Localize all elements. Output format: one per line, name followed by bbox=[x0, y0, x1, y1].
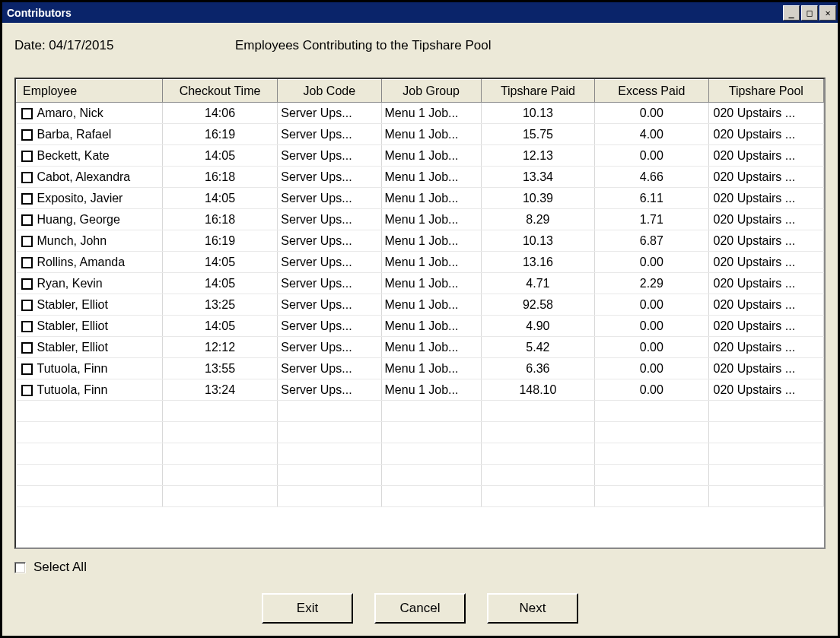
tipshare-pool: 020 Upstairs ... bbox=[708, 230, 823, 252]
col-job-group[interactable]: Job Group bbox=[381, 80, 481, 103]
select-all-checkbox[interactable] bbox=[14, 562, 26, 573]
titlebar[interactable]: Contributors _ □ ✕ bbox=[2, 2, 838, 23]
employee-name: Exposito, Javier bbox=[37, 192, 123, 205]
tipshare-paid: 6.36 bbox=[481, 358, 594, 379]
row-checkbox[interactable] bbox=[21, 385, 33, 396]
table-row[interactable]: Beckett, Kate14:05Server Ups...Menu 1 Jo… bbox=[17, 145, 824, 167]
excess-paid: 0.00 bbox=[595, 358, 708, 379]
row-checkbox[interactable] bbox=[21, 214, 33, 226]
cancel-button[interactable]: Cancel bbox=[374, 593, 466, 624]
tipshare-pool: 020 Upstairs ... bbox=[708, 188, 823, 209]
checkout-time: 14:05 bbox=[162, 252, 277, 273]
maximize-button[interactable]: □ bbox=[801, 5, 818, 21]
row-checkbox[interactable] bbox=[21, 342, 33, 354]
excess-paid: 2.29 bbox=[595, 273, 708, 294]
tipshare-pool: 020 Upstairs ... bbox=[708, 294, 823, 316]
table-row[interactable]: Stabler, Elliot14:05Server Ups...Menu 1 … bbox=[17, 316, 824, 337]
tipshare-paid: 13.34 bbox=[481, 167, 594, 188]
row-checkbox[interactable] bbox=[21, 363, 33, 375]
tipshare-paid: 148.10 bbox=[481, 379, 594, 401]
tipshare-pool: 020 Upstairs ... bbox=[708, 316, 823, 337]
table-row[interactable]: Rollins, Amanda14:05Server Ups...Menu 1 … bbox=[17, 252, 824, 273]
table-row[interactable]: Munch, John16:19Server Ups...Menu 1 Job.… bbox=[17, 230, 824, 252]
employee-name: Beckett, Kate bbox=[37, 149, 110, 162]
tipshare-pool: 020 Upstairs ... bbox=[708, 209, 823, 230]
tipshare-paid: 10.13 bbox=[481, 230, 594, 252]
job-code: Server Ups... bbox=[278, 230, 381, 252]
date-label: Date: 04/17/2015 bbox=[14, 38, 235, 53]
tipshare-paid: 8.29 bbox=[481, 209, 594, 230]
row-checkbox[interactable] bbox=[21, 278, 33, 290]
tipshare-paid: 13.16 bbox=[481, 252, 594, 273]
job-group: Menu 1 Job... bbox=[381, 167, 481, 188]
employee-name: Tutuola, Finn bbox=[37, 383, 108, 396]
job-group: Menu 1 Job... bbox=[381, 209, 481, 230]
excess-paid: 4.00 bbox=[595, 124, 708, 145]
tipshare-paid: 4.71 bbox=[481, 273, 594, 294]
row-checkbox[interactable] bbox=[21, 236, 33, 247]
minimize-icon: _ bbox=[788, 8, 794, 18]
job-group: Menu 1 Job... bbox=[381, 124, 481, 145]
exit-button[interactable]: Exit bbox=[262, 593, 353, 624]
row-checkbox[interactable] bbox=[21, 151, 33, 162]
table-row[interactable]: Ryan, Kevin14:05Server Ups...Menu 1 Job.… bbox=[17, 273, 824, 294]
tipshare-paid: 10.39 bbox=[481, 188, 594, 209]
row-checkbox[interactable] bbox=[21, 300, 33, 311]
table-row[interactable]: Huang, George16:18Server Ups...Menu 1 Jo… bbox=[17, 209, 824, 230]
job-group: Menu 1 Job... bbox=[381, 316, 481, 337]
row-checkbox[interactable] bbox=[21, 172, 33, 183]
excess-paid: 0.00 bbox=[595, 316, 708, 337]
table-row-empty bbox=[17, 486, 824, 507]
col-tipshare-pool[interactable]: Tipshare Pool bbox=[708, 80, 823, 103]
employee-name: Cabot, Alexandra bbox=[37, 170, 131, 183]
job-group: Menu 1 Job... bbox=[381, 230, 481, 252]
col-employee[interactable]: Employee bbox=[17, 80, 163, 103]
table-row[interactable]: Stabler, Elliot12:12Server Ups...Menu 1 … bbox=[17, 337, 824, 358]
col-excess-paid[interactable]: Excess Paid bbox=[595, 80, 708, 103]
employee-name: Munch, John bbox=[37, 234, 107, 247]
job-group: Menu 1 Job... bbox=[381, 337, 481, 358]
col-tipshare-paid[interactable]: Tipshare Paid bbox=[481, 80, 594, 103]
close-button[interactable]: ✕ bbox=[819, 5, 836, 21]
tipshare-paid: 12.13 bbox=[481, 145, 594, 167]
tipshare-pool: 020 Upstairs ... bbox=[708, 145, 823, 167]
checkout-time: 14:06 bbox=[162, 103, 277, 124]
table-row[interactable]: Cabot, Alexandra16:18Server Ups...Menu 1… bbox=[17, 167, 824, 188]
table-row[interactable]: Exposito, Javier14:05Server Ups...Menu 1… bbox=[17, 188, 824, 209]
employee-name: Tutuola, Finn bbox=[37, 362, 108, 375]
col-checkout-time[interactable]: Checkout Time bbox=[162, 80, 277, 103]
table-row-empty bbox=[17, 401, 824, 422]
employee-name: Huang, George bbox=[37, 213, 120, 226]
job-group: Menu 1 Job... bbox=[381, 294, 481, 316]
employee-name: Rollins, Amanda bbox=[37, 256, 126, 268]
tipshare-paid: 10.13 bbox=[481, 103, 594, 124]
row-checkbox[interactable] bbox=[21, 108, 33, 119]
col-job-code[interactable]: Job Code bbox=[278, 80, 381, 103]
page-title: Employees Contributing to the Tipshare P… bbox=[235, 38, 491, 53]
checkout-time: 16:19 bbox=[162, 124, 277, 145]
checkout-time: 16:18 bbox=[162, 209, 277, 230]
table-row[interactable]: Tutuola, Finn13:55Server Ups...Menu 1 Jo… bbox=[17, 358, 824, 379]
row-checkbox[interactable] bbox=[21, 321, 33, 332]
excess-paid: 0.00 bbox=[595, 252, 708, 273]
row-checkbox[interactable] bbox=[21, 257, 33, 268]
contributors-grid[interactable]: Employee Checkout Time Job Code Job Grou… bbox=[14, 78, 826, 549]
checkout-time: 14:05 bbox=[162, 145, 277, 167]
job-group: Menu 1 Job... bbox=[381, 145, 481, 167]
checkout-time: 13:24 bbox=[162, 379, 277, 401]
row-checkbox[interactable] bbox=[21, 129, 33, 141]
row-checkbox[interactable] bbox=[21, 193, 33, 205]
excess-paid: 6.87 bbox=[595, 230, 708, 252]
job-code: Server Ups... bbox=[278, 252, 381, 273]
table-row[interactable]: Amaro, Nick14:06Server Ups...Menu 1 Job.… bbox=[17, 103, 824, 124]
checkout-time: 14:05 bbox=[162, 273, 277, 294]
job-code: Server Ups... bbox=[278, 124, 381, 145]
window-title: Contributors bbox=[7, 7, 72, 19]
table-row[interactable]: Stabler, Elliot13:25Server Ups...Menu 1 … bbox=[17, 294, 824, 316]
job-group: Menu 1 Job... bbox=[381, 252, 481, 273]
table-row[interactable]: Barba, Rafael16:19Server Ups...Menu 1 Jo… bbox=[17, 124, 824, 145]
table-row[interactable]: Tutuola, Finn13:24Server Ups...Menu 1 Jo… bbox=[17, 379, 824, 401]
minimize-button[interactable]: _ bbox=[783, 5, 800, 21]
next-button[interactable]: Next bbox=[487, 593, 578, 624]
checkout-time: 14:05 bbox=[162, 188, 277, 209]
